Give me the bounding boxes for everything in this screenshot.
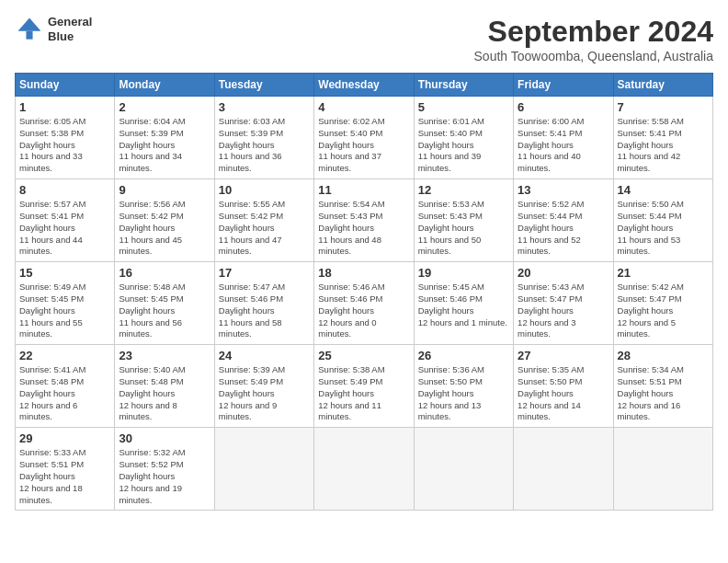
- day-number: 1: [19, 100, 110, 114]
- calendar-cell: 20Sunrise: 5:43 AMSunset: 5:47 PMDayligh…: [514, 262, 613, 345]
- day-info: Sunrise: 6:02 AMSunset: 5:40 PMDaylight …: [318, 116, 409, 175]
- day-info: Sunrise: 5:58 AMSunset: 5:41 PMDaylight …: [618, 116, 709, 175]
- calendar-cell: 5Sunrise: 6:01 AMSunset: 5:40 PMDaylight…: [414, 97, 513, 179]
- day-number: 8: [19, 183, 110, 197]
- day-number: 21: [618, 266, 709, 280]
- logo-text: General Blue: [48, 15, 92, 43]
- day-number: 29: [19, 431, 110, 445]
- day-info: Sunrise: 5:35 AMSunset: 5:50 PMDaylight …: [518, 364, 609, 423]
- day-number: 7: [618, 100, 709, 114]
- day-info: Sunrise: 5:41 AMSunset: 5:48 PMDaylight …: [19, 364, 110, 423]
- day-number: 19: [418, 266, 509, 280]
- calendar-header-row: Sunday Monday Tuesday Wednesday Thursday…: [16, 74, 713, 97]
- day-info: Sunrise: 5:48 AMSunset: 5:45 PMDaylight …: [119, 282, 210, 340]
- calendar-cell: [613, 428, 712, 511]
- month-title: September 2024: [474, 15, 713, 49]
- day-number: 25: [318, 349, 409, 362]
- day-number: 13: [518, 183, 609, 197]
- col-sunday: Sunday: [16, 74, 115, 97]
- calendar-cell: 13Sunrise: 5:52 AMSunset: 5:44 PMDayligh…: [514, 179, 613, 262]
- day-number: 5: [418, 100, 509, 114]
- calendar-cell: 12Sunrise: 5:53 AMSunset: 5:43 PMDayligh…: [414, 179, 513, 262]
- day-info: Sunrise: 5:33 AMSunset: 5:51 PMDaylight …: [19, 447, 110, 506]
- col-friday: Friday: [514, 74, 613, 97]
- calendar-cell: [214, 428, 313, 511]
- svg-marker-0: [18, 18, 41, 31]
- calendar-cell: 26Sunrise: 5:36 AMSunset: 5:50 PMDayligh…: [414, 345, 513, 428]
- day-info: Sunrise: 5:34 AMSunset: 5:51 PMDaylight …: [618, 364, 709, 423]
- day-number: 28: [618, 349, 709, 362]
- title-section: September 2024 South Toowoomba, Queensla…: [474, 15, 713, 63]
- calendar-cell: 23Sunrise: 5:40 AMSunset: 5:48 PMDayligh…: [115, 345, 214, 428]
- day-info: Sunrise: 5:49 AMSunset: 5:45 PMDaylight …: [19, 282, 110, 340]
- day-info: Sunrise: 6:00 AMSunset: 5:41 PMDaylight …: [518, 116, 609, 175]
- day-info: Sunrise: 5:32 AMSunset: 5:52 PMDaylight …: [119, 447, 210, 506]
- day-number: 27: [518, 349, 609, 362]
- day-number: 22: [19, 349, 110, 362]
- calendar-table: Sunday Monday Tuesday Wednesday Thursday…: [15, 73, 713, 511]
- calendar-cell: 18Sunrise: 5:46 AMSunset: 5:46 PMDayligh…: [314, 262, 414, 345]
- calendar-cell: 6Sunrise: 6:00 AMSunset: 5:41 PMDaylight…: [514, 97, 613, 179]
- calendar-cell: 30Sunrise: 5:32 AMSunset: 5:52 PMDayligh…: [115, 428, 214, 511]
- day-info: Sunrise: 5:46 AMSunset: 5:46 PMDaylight …: [318, 282, 409, 340]
- col-monday: Monday: [115, 74, 214, 97]
- day-number: 2: [119, 100, 210, 114]
- calendar-cell: 24Sunrise: 5:39 AMSunset: 5:49 PMDayligh…: [214, 345, 313, 428]
- location-subtitle: South Toowoomba, Queensland, Australia: [474, 49, 713, 63]
- logo-line2: Blue: [48, 29, 74, 43]
- day-info: Sunrise: 5:54 AMSunset: 5:43 PMDaylight …: [318, 199, 409, 258]
- day-number: 10: [219, 183, 310, 197]
- day-info: Sunrise: 6:04 AMSunset: 5:39 PMDaylight …: [119, 116, 210, 175]
- day-info: Sunrise: 5:50 AMSunset: 5:44 PMDaylight …: [618, 199, 709, 258]
- calendar-cell: 1Sunrise: 6:05 AMSunset: 5:38 PMDaylight…: [16, 97, 115, 179]
- day-number: 17: [219, 266, 310, 280]
- calendar-cell: 4Sunrise: 6:02 AMSunset: 5:40 PMDaylight…: [314, 97, 414, 179]
- calendar-cell: 29Sunrise: 5:33 AMSunset: 5:51 PMDayligh…: [16, 428, 115, 511]
- day-number: 6: [518, 100, 609, 114]
- calendar-cell: 28Sunrise: 5:34 AMSunset: 5:51 PMDayligh…: [613, 345, 712, 428]
- day-number: 18: [318, 266, 409, 280]
- logo-icon: [15, 15, 44, 44]
- day-info: Sunrise: 5:56 AMSunset: 5:42 PMDaylight …: [119, 199, 210, 258]
- calendar-cell: 22Sunrise: 5:41 AMSunset: 5:48 PMDayligh…: [16, 345, 115, 428]
- logo-line1: General: [48, 15, 92, 29]
- day-number: 24: [219, 349, 310, 362]
- day-info: Sunrise: 5:47 AMSunset: 5:46 PMDaylight …: [219, 282, 310, 340]
- calendar-cell: 11Sunrise: 5:54 AMSunset: 5:43 PMDayligh…: [314, 179, 414, 262]
- calendar-cell: [314, 428, 414, 511]
- col-wednesday: Wednesday: [314, 74, 414, 97]
- calendar-cell: 15Sunrise: 5:49 AMSunset: 5:45 PMDayligh…: [16, 262, 115, 345]
- svg-rect-1: [26, 31, 32, 40]
- col-tuesday: Tuesday: [214, 74, 313, 97]
- calendar-cell: 16Sunrise: 5:48 AMSunset: 5:45 PMDayligh…: [115, 262, 214, 345]
- day-number: 16: [119, 266, 210, 280]
- day-number: 15: [19, 266, 110, 280]
- day-number: 3: [219, 100, 310, 114]
- calendar-cell: 25Sunrise: 5:38 AMSunset: 5:49 PMDayligh…: [314, 345, 414, 428]
- day-number: 30: [119, 431, 210, 445]
- col-thursday: Thursday: [414, 74, 513, 97]
- day-number: 23: [119, 349, 210, 362]
- day-info: Sunrise: 5:53 AMSunset: 5:43 PMDaylight …: [418, 199, 509, 258]
- day-number: 12: [418, 183, 509, 197]
- day-info: Sunrise: 5:40 AMSunset: 5:48 PMDaylight …: [119, 364, 210, 423]
- day-number: 20: [518, 266, 609, 280]
- calendar-cell: 10Sunrise: 5:55 AMSunset: 5:42 PMDayligh…: [214, 179, 313, 262]
- day-number: 9: [119, 183, 210, 197]
- day-info: Sunrise: 5:36 AMSunset: 5:50 PMDaylight …: [418, 364, 509, 423]
- calendar-cell: 8Sunrise: 5:57 AMSunset: 5:41 PMDaylight…: [16, 179, 115, 262]
- logo: General Blue: [15, 15, 92, 44]
- calendar-cell: [514, 428, 613, 511]
- col-saturday: Saturday: [613, 74, 712, 97]
- day-info: Sunrise: 5:52 AMSunset: 5:44 PMDaylight …: [518, 199, 609, 258]
- day-number: 4: [318, 100, 409, 114]
- calendar-cell: 2Sunrise: 6:04 AMSunset: 5:39 PMDaylight…: [115, 97, 214, 179]
- day-number: 11: [318, 183, 409, 197]
- day-number: 26: [418, 349, 509, 362]
- calendar-cell: 21Sunrise: 5:42 AMSunset: 5:47 PMDayligh…: [613, 262, 712, 345]
- day-info: Sunrise: 6:03 AMSunset: 5:39 PMDaylight …: [219, 116, 310, 175]
- calendar-cell: 19Sunrise: 5:45 AMSunset: 5:46 PMDayligh…: [414, 262, 513, 345]
- day-info: Sunrise: 5:39 AMSunset: 5:49 PMDaylight …: [219, 364, 310, 423]
- calendar-cell: [414, 428, 513, 511]
- calendar-cell: 3Sunrise: 6:03 AMSunset: 5:39 PMDaylight…: [214, 97, 313, 179]
